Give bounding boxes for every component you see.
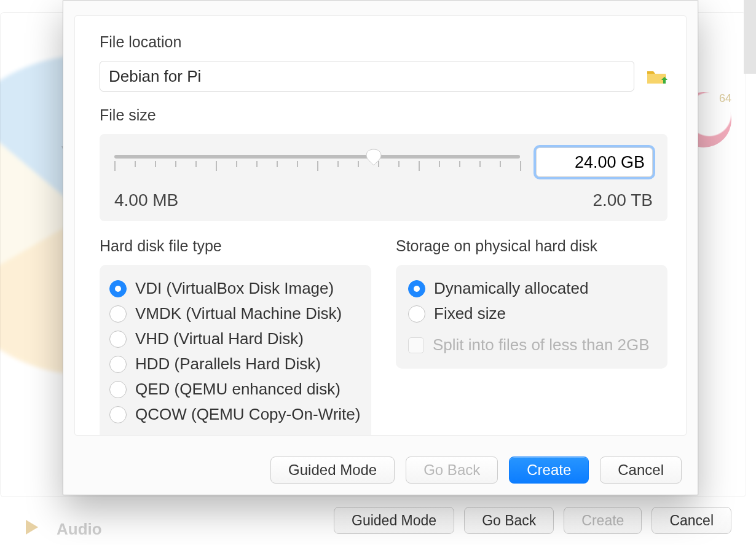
storage-group: Dynamically allocatedFixed sizeSplit int… xyxy=(396,265,667,369)
go-back-button[interactable]: Go Back xyxy=(406,457,498,484)
file-size-input[interactable] xyxy=(536,147,653,177)
file-location-label: File location xyxy=(100,33,667,51)
filetype-option[interactable]: HDD (Parallels Hard Disk) xyxy=(108,351,363,377)
os-arch-badge: 64 xyxy=(719,92,731,105)
radio-icon xyxy=(109,280,127,297)
filetype-option[interactable]: QCOW (QEMU Copy-On-Write) xyxy=(108,402,363,427)
filetype-label: Hard disk file type xyxy=(100,237,371,255)
radio-icon xyxy=(109,381,127,398)
split-files-option: Split into files of less than 2GB xyxy=(407,332,656,358)
filetype-option[interactable]: QED (QEMU enhanced disk) xyxy=(108,377,363,402)
guided-mode-button[interactable]: Guided Mode xyxy=(270,457,395,484)
slider-max-label: 2.00 TB xyxy=(593,190,653,210)
dialog-body: File location File size 4.00 MB xyxy=(74,15,687,436)
storage-option-label: Fixed size xyxy=(434,304,506,323)
file-location-input[interactable] xyxy=(100,61,634,92)
slider-thumb[interactable] xyxy=(366,149,382,166)
radio-icon xyxy=(408,280,425,297)
cancel-button[interactable]: Cancel xyxy=(600,457,682,484)
filetype-option[interactable]: VDI (VirtualBox Disk Image) xyxy=(108,276,363,301)
slider-min-label: 4.00 MB xyxy=(114,190,178,210)
dialog-button-bar: Guided Mode Go Back Create Cancel xyxy=(63,457,698,484)
filetype-option-label: VMDK (Virtual Machine Disk) xyxy=(135,304,342,323)
create-button[interactable]: Create xyxy=(509,457,589,484)
checkbox-icon xyxy=(408,337,424,353)
filetype-option-label: QCOW (QEMU Copy-On-Write) xyxy=(135,405,360,424)
file-size-label: File size xyxy=(100,106,667,124)
bg-cancel-button[interactable]: Cancel xyxy=(652,507,731,534)
radio-icon xyxy=(109,331,127,348)
background-button-bar: Guided Mode Go Back Create Cancel xyxy=(0,507,756,534)
storage-label: Storage on physical hard disk xyxy=(396,237,667,255)
radio-icon xyxy=(109,305,127,323)
filetype-option[interactable]: VHD (Virtual Hard Disk) xyxy=(108,326,363,351)
bg-create-button[interactable]: Create xyxy=(564,507,642,534)
storage-option[interactable]: Dynamically allocated xyxy=(407,276,656,301)
radio-icon xyxy=(408,305,425,323)
filetype-option-label: QED (QEMU enhanced disk) xyxy=(135,380,341,399)
bg-go-back-button[interactable]: Go Back xyxy=(464,507,554,534)
storage-option-label: Dynamically allocated xyxy=(434,279,588,298)
radio-icon xyxy=(109,356,127,373)
filetype-option-label: VDI (VirtualBox Disk Image) xyxy=(135,279,334,298)
bg-guided-mode-button[interactable]: Guided Mode xyxy=(334,507,454,534)
file-size-group: 4.00 MB 2.00 TB xyxy=(100,134,667,221)
radio-icon xyxy=(109,406,127,423)
split-files-label: Split into files of less than 2GB xyxy=(433,335,650,355)
bg-right-strip xyxy=(744,0,756,74)
filetype-option[interactable]: VMDK (Virtual Machine Disk) xyxy=(108,301,363,326)
filetype-group: VDI (VirtualBox Disk Image)VMDK (Virtual… xyxy=(100,265,371,436)
create-hard-disk-dialog: File location File size 4.00 MB xyxy=(63,0,698,495)
browse-folder-icon[interactable] xyxy=(645,65,667,87)
file-size-slider[interactable] xyxy=(114,145,520,179)
filetype-option-label: HDD (Parallels Hard Disk) xyxy=(135,355,321,374)
filetype-option-label: VHD (Virtual Hard Disk) xyxy=(135,329,304,348)
storage-option[interactable]: Fixed size xyxy=(407,301,656,326)
